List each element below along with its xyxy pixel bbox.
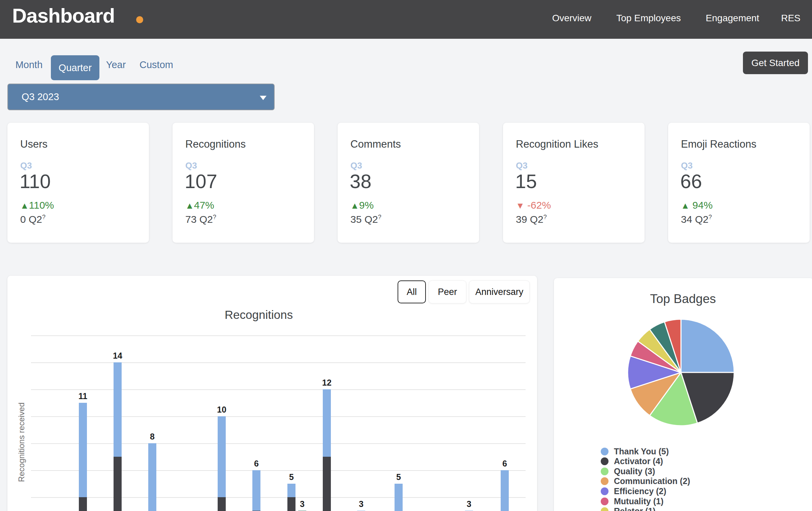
stat-change: ▲47%: [185, 200, 214, 211]
legend-color-dot: [601, 457, 609, 465]
stat-change: ▼ -62%: [516, 200, 551, 211]
stat-title: Emoji Reactions: [681, 138, 756, 150]
legend-label: Quality (3): [614, 466, 655, 476]
stat-value: 15: [515, 170, 537, 193]
top-nav-bar: Dashboard Overview Top Employees Engagem…: [0, 0, 812, 39]
stat-value: 110: [20, 170, 51, 193]
trend-up-icon: ▲: [350, 201, 359, 211]
trend-up-icon: ▲: [681, 201, 690, 211]
legend-item-quality[interactable]: Quality (3): [601, 467, 655, 476]
nav-item-engagement[interactable]: Engagement: [706, 13, 759, 24]
tooltip-question-icon[interactable]: ?: [708, 214, 712, 221]
top-badges-card: Top Badges Thank You (5)Activator (4)Qua…: [554, 278, 812, 511]
bar-segment-dark[interactable]: [218, 497, 226, 511]
legend-color-dot: [601, 448, 609, 455]
chart-filter-all-button[interactable]: All: [398, 280, 426, 303]
tab-quarter-active[interactable]: Quarter: [51, 55, 99, 80]
legend-item-relator[interactable]: Relator (1): [601, 507, 656, 511]
bar-segment-blue[interactable]: [501, 470, 509, 511]
tab-year[interactable]: Year: [106, 59, 126, 70]
bar-segment-blue[interactable]: [252, 470, 260, 511]
legend-item-communication[interactable]: Communication (2): [601, 477, 690, 486]
legend-color-dot: [601, 498, 609, 505]
recognitions-chart-card: All Peer Anniversary Recognitions Recogn…: [7, 276, 537, 511]
tooltip-question-icon[interactable]: ?: [544, 214, 547, 221]
app-title: Dashboard: [12, 4, 115, 27]
stat-period: Q3: [681, 161, 693, 171]
trend-down-icon: ▼: [516, 201, 525, 211]
bar-value-label: 6: [246, 459, 266, 469]
gridline-4: [31, 497, 526, 498]
bar-value-label: 14: [108, 351, 128, 361]
nav-item-overview[interactable]: Overview: [552, 13, 592, 24]
legend-color-dot: [601, 487, 609, 495]
legend-item-thank-you[interactable]: Thank You (5): [601, 447, 669, 456]
legend-item-mutuality[interactable]: Mutuality (1): [601, 497, 663, 506]
bar-segment-blue[interactable]: [218, 416, 226, 497]
bar-segment-blue[interactable]: [114, 362, 122, 457]
bar-segment-blue[interactable]: [323, 389, 331, 457]
stat-value: 107: [185, 170, 217, 193]
nav-item-top-employees[interactable]: Top Employees: [616, 13, 680, 24]
bar-value-label: 3: [292, 499, 312, 509]
stat-previous: 35 Q2?: [350, 214, 381, 225]
bar-segment-dark[interactable]: [323, 457, 331, 511]
stat-title: Users: [20, 138, 48, 150]
stat-period: Q3: [516, 161, 528, 171]
legend-label: Efficiency (2): [614, 486, 666, 496]
legend-label: Communication (2): [614, 476, 690, 486]
legend-item-efficiency[interactable]: Efficiency (2): [601, 487, 666, 495]
pie-slice-thank-you[interactable]: [681, 319, 734, 372]
bar-segment-blue[interactable]: [79, 403, 87, 497]
legend-color-dot: [601, 507, 609, 511]
tab-custom[interactable]: Custom: [140, 59, 173, 70]
y-axis-label: Recognitions received: [17, 392, 26, 493]
bar-value-label: 3: [351, 499, 371, 509]
stat-period: Q3: [185, 161, 197, 171]
tooltip-question-icon[interactable]: ?: [213, 214, 216, 221]
stat-change: ▲9%: [350, 200, 374, 211]
legend-color-dot: [601, 477, 609, 485]
bar-value-label: 5: [281, 472, 301, 482]
stat-previous: 34 Q2?: [681, 214, 712, 225]
bar-segment-dark[interactable]: [114, 457, 122, 511]
chart-filter-peer-button[interactable]: Peer: [429, 280, 466, 303]
bar-segment-dark[interactable]: [79, 497, 87, 511]
stat-title: Recognitions: [185, 138, 245, 150]
bar-segment-blue[interactable]: [395, 484, 403, 511]
stat-period: Q3: [20, 161, 32, 171]
stat-card-users: Users Q3 110 ▲110% 0 Q2?: [7, 123, 149, 243]
get-started-button[interactable]: Get Started: [743, 52, 808, 74]
bar-value-label: 8: [142, 432, 163, 442]
stat-title: Recognition Likes: [516, 138, 599, 150]
dashboard-page: { "nav": { "title": "Dashboard", "items"…: [0, 0, 812, 511]
gridline-12: [31, 389, 526, 390]
brand-dot-icon: [136, 16, 143, 23]
stat-previous: 39 Q2?: [516, 214, 547, 225]
gridline-16: [31, 335, 526, 336]
stat-card-recognitions: Recognitions Q3 107 ▲47% 73 Q2?: [173, 123, 314, 243]
stat-change: ▲110%: [20, 200, 54, 211]
chevron-down-icon: [260, 96, 266, 100]
bar-value-label: 6: [495, 459, 515, 469]
bar-value-label: 5: [388, 472, 409, 482]
bar-segment-blue[interactable]: [148, 443, 156, 511]
tooltip-question-icon[interactable]: ?: [42, 214, 46, 221]
stat-card-comments: Comments Q3 38 ▲9% 35 Q2?: [338, 123, 479, 243]
bar-segment-blue[interactable]: [287, 484, 295, 497]
tooltip-question-icon[interactable]: ?: [378, 214, 381, 221]
legend-item-activator[interactable]: Activator (4): [601, 457, 663, 466]
period-dropdown[interactable]: Q3 2023: [7, 84, 274, 110]
bar-chart-title: Recognitions: [168, 308, 350, 321]
period-dropdown-value: Q3 2023: [22, 91, 59, 103]
stat-card-recognition-likes: Recognition Likes Q3 15 ▼ -62% 39 Q2?: [503, 123, 644, 243]
gridline-8: [31, 443, 526, 444]
trend-up-icon: ▲: [20, 201, 29, 211]
pie-chart-title: Top Badges: [554, 292, 812, 306]
stat-period: Q3: [350, 161, 362, 171]
gridline-10: [31, 416, 526, 417]
stat-previous: 73 Q2?: [185, 214, 216, 225]
tab-month[interactable]: Month: [16, 59, 43, 70]
nav-item-res[interactable]: RES: [781, 13, 801, 24]
chart-filter-anniversary-button[interactable]: Anniversary: [469, 280, 530, 303]
